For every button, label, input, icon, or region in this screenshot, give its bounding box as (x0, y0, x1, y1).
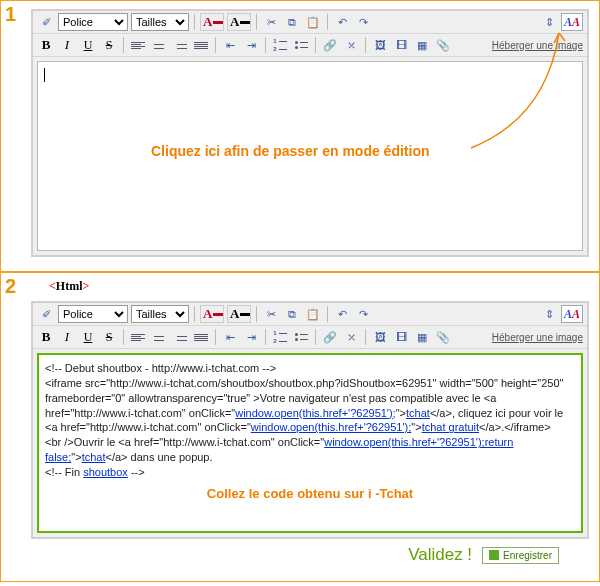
text-color-button[interactable]: A (200, 305, 224, 323)
undo-icon[interactable]: ↶ (333, 305, 351, 323)
indent-icon[interactable]: ⇥ (242, 328, 260, 346)
align-left-icon[interactable] (129, 36, 147, 54)
video-icon[interactable]: 🎞 (392, 328, 410, 346)
toolbar-row-2: B I U S ⇤ ⇥ 12 🔗 ⤫ 🖼 🎞 ▦ 📎 Héberger une … (33, 34, 587, 57)
separator (215, 329, 216, 345)
html-badge: <Html> (45, 279, 93, 294)
align-right-icon[interactable] (171, 328, 189, 346)
separator (365, 37, 366, 53)
text-caret (44, 68, 45, 82)
bold-button[interactable]: B (37, 328, 55, 346)
text-color-button[interactable]: A (200, 13, 224, 31)
underline-button[interactable]: U (79, 36, 97, 54)
redo-icon[interactable]: ↷ (354, 305, 372, 323)
separator (194, 306, 195, 322)
align-center-icon[interactable] (150, 328, 168, 346)
save-button[interactable]: Enregistrer (482, 547, 559, 564)
code-link[interactable]: tchat (406, 407, 430, 419)
separator (256, 306, 257, 322)
size-select[interactable]: Tailles (131, 305, 189, 323)
image-icon[interactable]: 🖼 (371, 36, 389, 54)
host-image-link[interactable]: Héberger une image (492, 332, 583, 343)
spellcheck-icon[interactable]: ✐ (37, 13, 55, 31)
unordered-list-icon[interactable] (292, 36, 310, 54)
editor-code-area[interactable]: <!-- Debut shoutbox - http://www.i-tchat… (37, 353, 583, 533)
ordered-list-icon[interactable]: 12 (271, 328, 289, 346)
align-center-icon[interactable] (150, 36, 168, 54)
separator (365, 329, 366, 345)
separator (215, 37, 216, 53)
table-icon[interactable]: ▦ (413, 328, 431, 346)
code-link[interactable]: shoutbox (83, 466, 128, 478)
copy-icon[interactable]: ⧉ (283, 13, 301, 31)
toggle-html-mode-button[interactable]: AA (561, 305, 583, 323)
toolbar-row-2: B I U S ⇤ ⇥ 12 🔗 ⤫ 🖼 🎞 ▦ 📎 Héberger une … (33, 326, 587, 349)
toolbar-row-1: ✐ Police Tailles A A ✂ ⧉ 📋 ↶ ↷ ⇕ AA (33, 11, 587, 34)
separator (265, 37, 266, 53)
validate-label: Validez ! (408, 545, 472, 565)
link-icon[interactable]: 🔗 (321, 36, 339, 54)
table-icon[interactable]: ▦ (413, 36, 431, 54)
attach-icon[interactable]: 📎 (434, 36, 452, 54)
font-select[interactable]: Police (58, 13, 128, 31)
step-number-1: 1 (5, 3, 16, 26)
paste-icon[interactable]: 📋 (304, 305, 322, 323)
strike-button[interactable]: S (100, 328, 118, 346)
highlight-color-button[interactable]: A (227, 305, 251, 323)
attach-icon[interactable]: 📎 (434, 328, 452, 346)
unlink-icon[interactable]: ⤫ (342, 36, 360, 54)
rich-text-editor: ✐ Police Tailles A A ✂ ⧉ 📋 ↶ ↷ ⇕ AA B (31, 9, 589, 257)
highlight-color-button[interactable]: A (227, 13, 251, 31)
size-select[interactable]: Tailles (131, 13, 189, 31)
separator (265, 329, 266, 345)
host-image-link[interactable]: Héberger une image (492, 40, 583, 51)
editor-content-area[interactable] (37, 61, 583, 251)
italic-button[interactable]: I (58, 36, 76, 54)
expand-icon[interactable]: ⇕ (540, 13, 558, 31)
separator (123, 329, 124, 345)
separator (123, 37, 124, 53)
toolbar-row-1: ✐ Police Tailles A A ✂ ⧉ 📋 ↶ ↷ ⇕ AA (33, 303, 587, 326)
unordered-list-icon[interactable] (292, 328, 310, 346)
cut-icon[interactable]: ✂ (262, 305, 280, 323)
align-justify-icon[interactable] (192, 36, 210, 54)
code-link[interactable]: tchat (82, 451, 106, 463)
ordered-list-icon[interactable]: 12 (271, 36, 289, 54)
footer: Validez ! Enregistrer (31, 539, 589, 571)
link-icon[interactable]: 🔗 (321, 328, 339, 346)
align-justify-icon[interactable] (192, 328, 210, 346)
outdent-icon[interactable]: ⇤ (221, 36, 239, 54)
spellcheck-icon[interactable]: ✐ (37, 305, 55, 323)
save-button-label: Enregistrer (503, 550, 552, 561)
code-link[interactable]: window.open(this.href+'?62951'); (235, 407, 395, 419)
align-left-icon[interactable] (129, 328, 147, 346)
video-icon[interactable]: 🎞 (392, 36, 410, 54)
separator (256, 14, 257, 30)
italic-button[interactable]: I (58, 328, 76, 346)
paste-icon[interactable]: 📋 (304, 13, 322, 31)
strike-button[interactable]: S (100, 36, 118, 54)
unlink-icon[interactable]: ⤫ (342, 328, 360, 346)
cut-icon[interactable]: ✂ (262, 13, 280, 31)
separator (194, 14, 195, 30)
indent-icon[interactable]: ⇥ (242, 36, 260, 54)
separator (327, 14, 328, 30)
font-select[interactable]: Police (58, 305, 128, 323)
disk-icon (489, 550, 499, 560)
step-2-panel: 2 <Html> ✐ Police Tailles A A ✂ ⧉ 📋 ↶ ↷ … (0, 272, 600, 582)
copy-icon[interactable]: ⧉ (283, 305, 301, 323)
code-link[interactable]: tchat gratuit (422, 421, 479, 433)
bold-button[interactable]: B (37, 36, 55, 54)
callout-paste-code: Collez le code obtenu sur i -Tchat (45, 486, 575, 501)
align-right-icon[interactable] (171, 36, 189, 54)
undo-icon[interactable]: ↶ (333, 13, 351, 31)
toggle-html-mode-button[interactable]: AA (561, 13, 583, 31)
rich-text-editor-2: ✐ Police Tailles A A ✂ ⧉ 📋 ↶ ↷ ⇕ AA B I … (31, 301, 589, 539)
image-icon[interactable]: 🖼 (371, 328, 389, 346)
redo-icon[interactable]: ↷ (354, 13, 372, 31)
outdent-icon[interactable]: ⇤ (221, 328, 239, 346)
code-link[interactable]: window.open(this.href+'?62951'); (251, 421, 411, 433)
underline-button[interactable]: U (79, 328, 97, 346)
expand-icon[interactable]: ⇕ (540, 305, 558, 323)
separator (315, 37, 316, 53)
